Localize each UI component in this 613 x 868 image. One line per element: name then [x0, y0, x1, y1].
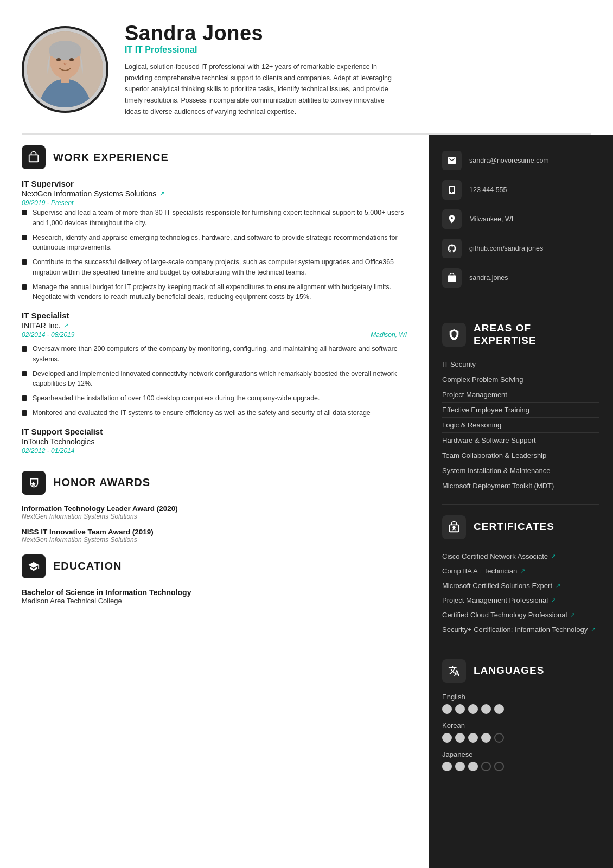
lang-dots: [442, 733, 599, 743]
header-section: Sandra Jones IT IT Professional Logical,…: [0, 0, 613, 133]
svg-point-4: [69, 58, 74, 61]
lang-dot: [455, 733, 465, 743]
lang-dot: [494, 704, 504, 714]
cert-link-icon[interactable]: ↗: [570, 611, 575, 618]
location-text: Milwaukee, WI: [469, 215, 513, 223]
lang-dots: [442, 704, 599, 714]
left-column: WORK EXPERIENCE IT Supervisor NextGen In…: [0, 135, 429, 868]
job-2-dates: 02/2014 - 08/2019: [22, 331, 74, 339]
cert-link-icon[interactable]: ↗: [555, 582, 560, 589]
job-2-location: Madison, WI: [371, 331, 407, 340]
expertise-item: Team Collaboration & Leadership: [442, 448, 599, 463]
cert-item: CompTIA A+ Technician ↗: [442, 564, 599, 578]
cert-text: CompTIA A+ Technician: [442, 567, 517, 575]
edu-school: Madison Area Technical College: [22, 597, 407, 605]
languages-header: LANGUAGES: [442, 659, 599, 683]
bullet-item: Spearheaded the installation of over 100…: [22, 393, 407, 404]
svg-point-3: [56, 58, 61, 61]
lang-dot: [455, 762, 465, 771]
honors-section-title: HONOR AWARDS: [53, 476, 150, 489]
cert-item: Certified Cloud Technology Professional …: [442, 608, 599, 622]
header-info: Sandra Jones IT IT Professional Logical,…: [125, 22, 591, 117]
job-2-company: INITAR Inc. ↗: [22, 321, 407, 330]
bullet-text: Spearheaded the installation of over 100…: [33, 393, 320, 404]
job-1-company-name: NextGen Information Systems Solutions: [22, 189, 156, 198]
lang-dot: [468, 704, 478, 714]
lang-dot: [481, 704, 491, 714]
main-content: WORK EXPERIENCE IT Supervisor NextGen In…: [0, 135, 613, 868]
bullet-dot: [22, 284, 27, 290]
avatar-wrapper: [22, 26, 108, 113]
certificates-section: CERTIFICATES Cisco Certified Network Ass…: [429, 505, 613, 648]
job-1-link-icon[interactable]: ↗: [159, 190, 165, 197]
expertise-item: Complex Problem Solving: [442, 372, 599, 387]
right-column: sandra@novoresume.com 123 444 555: [429, 135, 613, 868]
expertise-section: AREAS OFEXPERTISE IT Security Complex Pr…: [429, 311, 613, 504]
bullet-dot: [22, 371, 27, 376]
email-icon: [442, 151, 462, 170]
bullet-text: Monitored and evaluated the IT systems t…: [33, 408, 371, 418]
language-english: English: [442, 693, 599, 714]
languages-list: English Korean: [442, 693, 599, 771]
cert-link-icon[interactable]: ↗: [520, 567, 525, 575]
phone-text: 123 444 555: [469, 186, 507, 194]
honors-icon: [22, 471, 46, 495]
job-2-title: IT Specialist: [22, 311, 407, 320]
job-2: IT Specialist INITAR Inc. ↗ 02/2014 - 08…: [22, 311, 407, 418]
candidate-name: Sandra Jones: [125, 22, 591, 45]
expertise-item: Effective Employee Training: [442, 403, 599, 418]
cert-item: Security+ Certification: Information Tec…: [442, 622, 599, 637]
cert-text: Security+ Certification: Information Tec…: [442, 626, 588, 634]
bullet-item: Manage the annual budget for IT projects…: [22, 282, 407, 303]
job-2-link-icon[interactable]: ↗: [63, 322, 69, 329]
lang-dot: [442, 762, 452, 771]
bullet-item: Developed and implemented innovated conn…: [22, 369, 407, 390]
work-section-title: WORK EXPERIENCE: [53, 151, 169, 164]
edu-degree: Bachelor of Science in Information Techn…: [22, 588, 407, 597]
certificates-icon: [442, 515, 466, 539]
certificates-title: CERTIFICATES: [474, 521, 554, 533]
bullet-item: Contribute to the successful delivery of…: [22, 257, 407, 278]
phone-icon: [442, 180, 462, 200]
title-text: IT Professional: [135, 45, 197, 54]
avatar-image: [27, 31, 103, 107]
contact-portfolio: sandra.jones: [442, 268, 599, 288]
cert-link-icon[interactable]: ↗: [551, 597, 556, 604]
education-icon: [22, 554, 46, 578]
bullet-text: Supervise and lead a team of more than 3…: [33, 208, 407, 228]
education-section: EDUCATION Bachelor of Science in Informa…: [22, 554, 407, 605]
job-1-bullets: Supervise and lead a team of more than 3…: [22, 208, 407, 302]
job-2-dates-row: 02/2014 - 08/2019 Madison, WI: [22, 331, 407, 340]
expertise-title: AREAS OFEXPERTISE: [474, 322, 537, 347]
svg-rect-5: [61, 76, 69, 83]
cert-link-icon[interactable]: ↗: [591, 626, 596, 633]
languages-title: LANGUAGES: [474, 665, 544, 677]
expertise-item: Hardware & Software Support: [442, 433, 599, 448]
lang-name: Korean: [442, 722, 599, 730]
cert-link-icon[interactable]: ↗: [551, 553, 556, 560]
candidate-summary: Logical, solution-focused IT professiona…: [125, 61, 396, 117]
bullet-text: Developed and implemented innovated conn…: [33, 369, 407, 390]
award-1: Information Technology Leader Award (202…: [22, 505, 407, 520]
contact-github: github.com/sandra.jones: [442, 239, 599, 258]
location-icon: [442, 209, 462, 229]
lang-name: English: [442, 693, 599, 701]
bullet-text: Contribute to the successful delivery of…: [33, 257, 407, 278]
award-2: NISS IT Innovative Team Award (2019) Nex…: [22, 528, 407, 544]
bullet-item: Supervise and lead a team of more than 3…: [22, 208, 407, 228]
lang-dot: [481, 733, 491, 743]
languages-icon: [442, 659, 466, 683]
bullet-dot: [22, 235, 27, 240]
bullet-text: Research, identify and appraise emerging…: [33, 233, 407, 253]
lang-name: Japanese: [442, 750, 599, 758]
contact-phone: 123 444 555: [442, 180, 599, 200]
language-japanese: Japanese: [442, 750, 599, 771]
honor-awards-section: HONOR AWARDS Information Technology Lead…: [22, 471, 407, 544]
lang-dot: [494, 762, 504, 771]
cert-text: Cisco Certified Network Associate: [442, 552, 548, 560]
cert-item: Cisco Certified Network Associate ↗: [442, 549, 599, 564]
lang-dot: [494, 733, 504, 743]
job-1: IT Supervisor NextGen Information System…: [22, 179, 407, 302]
lang-dot: [442, 733, 452, 743]
job-1-title: IT Supervisor: [22, 179, 407, 188]
